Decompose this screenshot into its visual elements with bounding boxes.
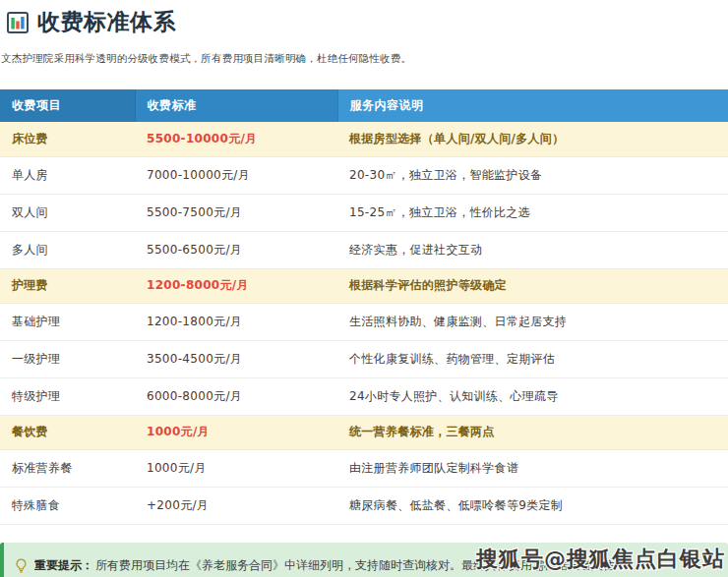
fee-table: 收费项目 收费标准 服务内容说明 床位费5500-10000元/月根据房型选择（… <box>0 89 728 525</box>
fee-item-cell: 餐饮费 <box>0 415 135 449</box>
fee-item-cell: 特殊膳食 <box>0 487 135 524</box>
fee-desc-cell: 根据房型选择（单人间/双人间/多人间） <box>337 122 728 156</box>
fee-price-cell: 6000-8000元/月 <box>135 377 337 415</box>
fee-price-cell: +200元/月 <box>135 487 337 524</box>
fee-item-row: 双人间5500-7500元/月15-25㎡，独立卫浴，性价比之选 <box>0 194 728 231</box>
fee-price-cell: 5500-7500元/月 <box>135 194 337 231</box>
fee-item-cell: 基础护理 <box>0 303 135 340</box>
fee-item-row: 基础护理1200-1800元/月生活照料协助、健康监测、日常起居支持 <box>0 303 728 340</box>
bar-chart-icon <box>7 12 29 33</box>
fee-price-cell: 1200-1800元/月 <box>135 303 337 340</box>
fee-category-row: 护理费1200-8000元/月根据科学评估的照护等级确定 <box>0 268 728 303</box>
fee-item-row: 多人间5500-6500元/月经济实惠，促进社交互动 <box>0 231 728 268</box>
fee-item-cell: 特级护理 <box>0 377 135 415</box>
table-header-row: 收费项目 收费标准 服务内容说明 <box>0 89 728 122</box>
fee-item-cell: 床位费 <box>0 122 135 156</box>
fee-desc-cell: 生活照料协助、健康监测、日常起居支持 <box>337 303 728 340</box>
fee-price-cell: 1000元/月 <box>135 415 337 449</box>
fee-price-cell: 1000元/月 <box>135 449 337 487</box>
tip-label: 重要提示： <box>34 558 93 572</box>
column-header-fee-item: 收费项目 <box>0 89 135 122</box>
fee-price-cell: 1200-8000元/月 <box>135 268 337 303</box>
fee-desc-cell: 20-30㎡，独立卫浴，智能监护设备 <box>337 156 728 194</box>
fee-desc-cell: 15-25㎡，独立卫浴，性价比之选 <box>337 194 728 231</box>
fee-desc-cell: 糖尿病餐、低盐餐、低嘌呤餐等9类定制 <box>337 487 728 524</box>
fee-item-row: 一级护理3500-4500元/月个性化康复训练、药物管理、定期评估 <box>0 340 728 377</box>
column-header-service-desc: 服务内容说明 <box>337 89 728 122</box>
watermark: 搜狐号@搜狐焦点白银站 <box>476 545 725 574</box>
fee-price-cell: 7000-10000元/月 <box>135 156 337 194</box>
fee-item-row: 特级护理6000-8000元/月24小时专人照护、认知训练、心理疏导 <box>0 377 728 415</box>
fee-item-cell: 护理费 <box>0 268 135 303</box>
fee-desc-cell: 经济实惠，促进社交互动 <box>337 231 728 268</box>
fee-desc-cell: 由注册营养师团队定制科学食谱 <box>337 449 728 487</box>
fee-price-cell: 5500-10000元/月 <box>135 122 337 156</box>
fee-item-cell: 一级护理 <box>0 340 135 377</box>
fee-category-row: 餐饮费1000元/月统一营养餐标准，三餐两点 <box>0 415 728 449</box>
fee-item-cell: 标准营养餐 <box>0 449 135 487</box>
fee-desc-cell: 根据科学评估的照护等级确定 <box>337 268 728 303</box>
fee-item-row: 标准营养餐1000元/月由注册营养师团队定制科学食谱 <box>0 449 728 487</box>
fee-desc-cell: 个性化康复训练、药物管理、定期评估 <box>337 340 728 377</box>
fee-table-body: 床位费5500-10000元/月根据房型选择（单人间/双人间/多人间）单人房70… <box>0 122 728 524</box>
fee-item-cell: 单人房 <box>0 156 135 194</box>
fee-desc-cell: 统一营养餐标准，三餐两点 <box>337 415 728 449</box>
fee-price-cell: 3500-4500元/月 <box>135 340 337 377</box>
fee-item-row: 单人房7000-10000元/月20-30㎡，独立卫浴，智能监护设备 <box>0 156 728 194</box>
fee-desc-cell: 24小时专人照护、认知训练、心理疏导 <box>337 377 728 415</box>
fee-item-cell: 多人间 <box>0 231 135 268</box>
page-header: 收费标准体系 <box>7 7 728 37</box>
fee-price-cell: 5500-6500元/月 <box>135 231 337 268</box>
page-subtitle: 文杰护理院采用科学透明的分级收费模式，所有费用项目清晰明确，杜绝任何隐性收费。 <box>1 52 728 66</box>
fee-category-row: 床位费5500-10000元/月根据房型选择（单人间/双人间/多人间） <box>0 122 728 156</box>
page-title: 收费标准体系 <box>37 7 176 37</box>
fee-item-row: 特殊膳食+200元/月糖尿病餐、低盐餐、低嘌呤餐等9类定制 <box>0 487 728 524</box>
fee-item-cell: 双人间 <box>0 194 135 231</box>
column-header-fee-standard: 收费标准 <box>135 89 337 122</box>
lightbulb-icon <box>14 558 29 573</box>
